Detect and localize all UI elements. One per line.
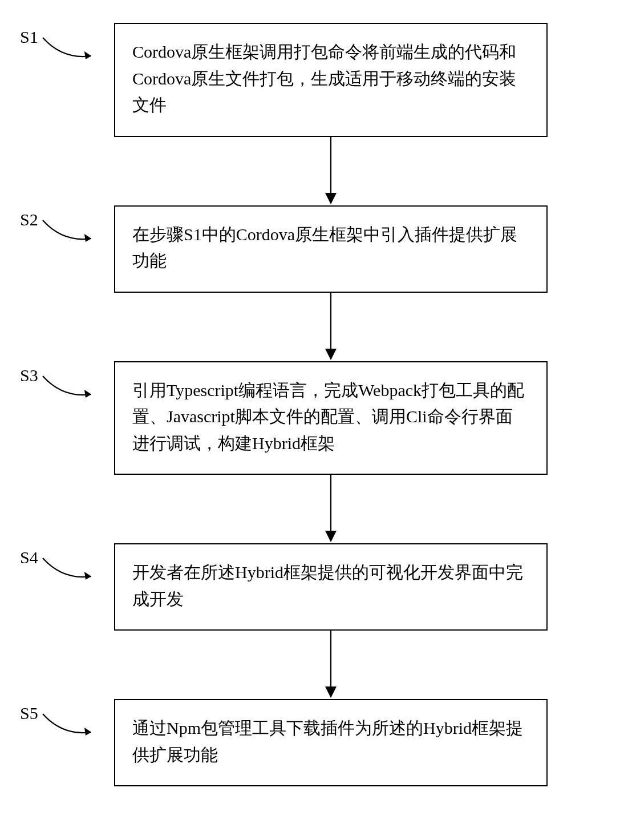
step-text-s3: 引用Typescript编程语言，完成Webpack打包工具的配置、Javasc… xyxy=(132,381,524,453)
connector-s1-s2 xyxy=(114,137,548,205)
svg-marker-12 xyxy=(84,728,91,736)
step-box-s5: 通过Npm包管理工具下载插件为所述的Hybrid框架提供扩展功能 xyxy=(114,699,548,786)
svg-marker-3 xyxy=(84,234,91,242)
connector-s2-s3 xyxy=(114,293,548,361)
down-arrow-icon xyxy=(319,293,342,361)
flow-step-s2: S2 在步骤S1中的Cordova原生框架中引入插件提供扩展功能 xyxy=(0,205,624,293)
svg-marker-8 xyxy=(325,531,337,542)
step-text-s2: 在步骤S1中的Cordova原生框架中引入插件提供扩展功能 xyxy=(132,225,517,270)
svg-marker-5 xyxy=(325,349,337,360)
step-label-pointer-s3: S3 xyxy=(0,367,80,407)
step-box-s3: 引用Typescript编程语言，完成Webpack打包工具的配置、Javasc… xyxy=(114,361,548,475)
svg-marker-11 xyxy=(325,686,337,698)
step-box-s2: 在步骤S1中的Cordova原生框架中引入插件提供扩展功能 xyxy=(114,205,548,293)
down-arrow-icon xyxy=(319,475,342,543)
flow-step-s4: S4 开发者在所述Hybrid框架提供的可视化开发界面中完成开发 xyxy=(0,543,624,631)
connector-s3-s4 xyxy=(114,475,548,543)
step-label-pointer-s1: S1 xyxy=(0,29,80,68)
curved-arrow-icon xyxy=(0,29,91,74)
step-text-s1: Cordova原生框架调用打包命令将前端生成的代码和Cordova原生文件打包，… xyxy=(132,42,516,114)
curved-arrow-icon xyxy=(0,211,91,257)
svg-marker-9 xyxy=(84,572,91,580)
down-arrow-icon xyxy=(319,137,342,205)
curved-arrow-icon xyxy=(0,367,91,413)
flow-step-s3: S3 引用Typescript编程语言，完成Webpack打包工具的配置、Jav… xyxy=(0,361,624,475)
step-box-s1: Cordova原生框架调用打包命令将前端生成的代码和Cordova原生文件打包，… xyxy=(114,23,548,137)
step-label-pointer-s2: S2 xyxy=(0,211,80,251)
step-label-pointer-s5: S5 xyxy=(0,705,80,745)
step-label-pointer-s4: S4 xyxy=(0,549,80,589)
curved-arrow-icon xyxy=(0,549,91,595)
down-arrow-icon xyxy=(319,631,342,699)
step-box-s4: 开发者在所述Hybrid框架提供的可视化开发界面中完成开发 xyxy=(114,543,548,631)
connector-s4-s5 xyxy=(114,631,548,699)
svg-marker-0 xyxy=(84,51,91,59)
curved-arrow-icon xyxy=(0,705,91,750)
step-text-s5: 通过Npm包管理工具下载插件为所述的Hybrid框架提供扩展功能 xyxy=(132,718,523,764)
svg-marker-6 xyxy=(84,390,91,398)
step-text-s4: 开发者在所述Hybrid框架提供的可视化开发界面中完成开发 xyxy=(132,563,523,608)
flowchart: S1 Cordova原生框架调用打包命令将前端生成的代码和Cordova原生文件… xyxy=(0,0,624,786)
svg-marker-2 xyxy=(325,193,337,204)
flow-step-s5: S5 通过Npm包管理工具下载插件为所述的Hybrid框架提供扩展功能 xyxy=(0,699,624,786)
flow-step-s1: S1 Cordova原生框架调用打包命令将前端生成的代码和Cordova原生文件… xyxy=(0,23,624,137)
